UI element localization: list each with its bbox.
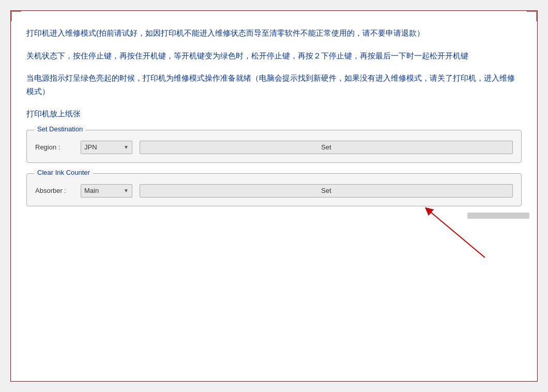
region-dropdown[interactable]: JPN ▼ [81,141,132,154]
clear-ink-set-button[interactable]: Set [140,184,513,198]
set-destination-legend: Set Destination [34,125,86,133]
scroll-indicator[interactable] [467,213,529,219]
form-panels-area: Set Destination Region : JPN ▼ Set Clear… [26,130,522,206]
corner-tr-decoration [527,11,537,21]
paragraph-1: 打印机进入维修模式(拍前请试好，如因打印机不能进入维修状态而导至清零软件不能正常… [26,26,522,40]
absorber-label: Absorber : [35,187,77,194]
clear-ink-counter-row: Absorber : Main ▼ Set [35,184,513,198]
region-label: Region : [35,143,77,151]
absorber-value: Main [84,187,121,194]
paragraph-4: 打印机放上纸张 [26,107,522,120]
paragraph-3: 当电源指示灯呈绿色亮起的时候，打印机为维修模式操作准备就绪（电脑会提示找到新硬件… [26,71,522,98]
clear-ink-counter-panel: Clear Ink Counter Absorber : Main ▼ Set [26,173,522,206]
absorber-dropdown-arrow: ▼ [124,188,129,193]
main-container: 打印机进入维修模式(拍前请试好，如因打印机不能进入维修状态而导至清零软件不能正常… [10,10,538,382]
corner-tl-decoration [11,11,21,21]
paragraph-2: 关机状态下，按住停止键，再按住开机键，等开机键变为绿色时，松开停止键，再按２下停… [26,49,522,63]
clear-ink-counter-legend: Clear Ink Counter [34,169,93,176]
text-content-area: 打印机进入维修模式(拍前请试好，如因打印机不能进入维修状态而导至清零软件不能正常… [26,21,522,120]
set-destination-button[interactable]: Set [140,141,513,154]
absorber-dropdown[interactable]: Main ▼ [81,184,132,198]
region-value: JPN [84,143,121,151]
red-arrow-indicator [376,195,490,263]
set-destination-row: Region : JPN ▼ Set [35,141,513,154]
set-destination-panel: Set Destination Region : JPN ▼ Set [26,130,522,163]
region-dropdown-arrow: ▼ [124,144,129,150]
